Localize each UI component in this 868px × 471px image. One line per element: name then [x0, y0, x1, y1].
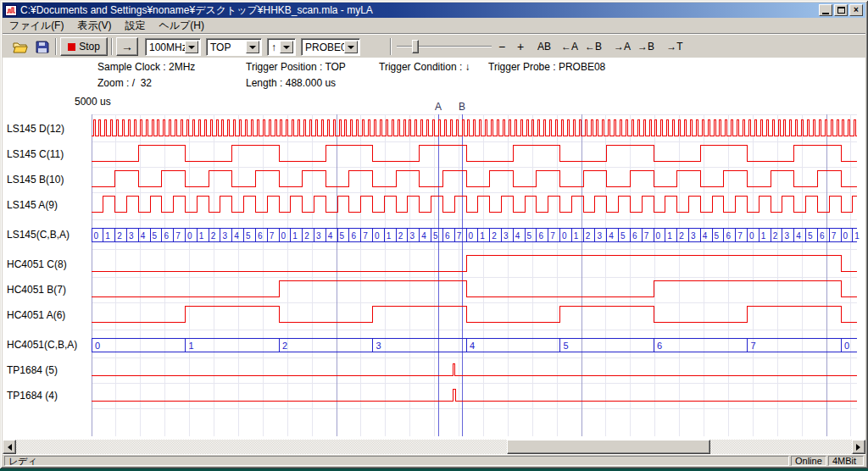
menu-help[interactable]: ヘルプ(H): [152, 17, 211, 35]
svg-text:7: 7: [457, 231, 462, 241]
waveform-ls145-c-11-: [92, 145, 857, 161]
waveform-ls145-a-9-: [92, 196, 857, 212]
svg-text:7: 7: [737, 231, 743, 241]
svg-text:1: 1: [199, 231, 204, 241]
goto-b-left-button[interactable]: ←B: [582, 39, 604, 54]
run-button[interactable]: →: [116, 37, 138, 56]
trigger-probe-select[interactable]: PROBE00: [301, 38, 360, 56]
svg-text:0: 0: [749, 231, 754, 241]
scroll-thumb[interactable]: [507, 440, 710, 454]
svg-text:4: 4: [421, 231, 426, 241]
svg-text:0: 0: [187, 231, 192, 241]
open-folder-icon: [13, 42, 28, 53]
svg-text:3: 3: [784, 231, 789, 241]
svg-text:6: 6: [726, 231, 731, 241]
svg-text:2: 2: [773, 231, 778, 241]
svg-text:7: 7: [175, 231, 181, 241]
save-button[interactable]: [32, 38, 53, 56]
scroll-right-button[interactable]: [852, 440, 865, 454]
minimize-button[interactable]: [819, 4, 832, 16]
zoom-slider[interactable]: [397, 40, 492, 53]
svg-text:5: 5: [620, 231, 626, 241]
trigger-edge-select[interactable]: ↑: [267, 38, 296, 56]
chevron-down-icon[interactable]: [344, 41, 358, 53]
svg-text:1: 1: [761, 231, 766, 241]
triangle-left-icon: [4, 444, 12, 451]
status-memory: 4MBit: [828, 456, 864, 466]
chevron-down-icon[interactable]: [185, 41, 198, 53]
trigger-position-value: TOP: [210, 41, 231, 54]
slider-thumb[interactable]: [412, 40, 419, 53]
trigger-edge-value: ↑: [271, 41, 276, 54]
zoom-in-button[interactable]: +: [513, 39, 528, 54]
ab-span-button[interactable]: AB: [533, 39, 555, 54]
waveform-tp1684-5-: [92, 363, 857, 375]
goto-a-right-button[interactable]: →A: [611, 39, 633, 54]
svg-text:6: 6: [632, 231, 637, 241]
scroll-left-button[interactable]: [3, 440, 16, 454]
maximize-button[interactable]: [834, 4, 848, 16]
svg-text:3: 3: [376, 341, 381, 351]
main-toolbar: Stop → 100MHz TOP ↑ PROBE00 − + AB ←A ←B: [3, 34, 865, 58]
menu-bar: ファイル(F) 表示(V) 設定 ヘルプ(H): [3, 18, 865, 34]
toolbar-separator: [55, 38, 57, 55]
stop-label: Stop: [79, 41, 100, 53]
goto-b-right-button[interactable]: →B: [635, 39, 657, 54]
waveform-ls145-d-12-: [92, 119, 857, 136]
svg-text:4: 4: [234, 231, 239, 241]
waveform-hc4051-a-6-: [92, 306, 857, 322]
zoom-out-button[interactable]: −: [494, 39, 509, 54]
svg-text:6: 6: [445, 231, 450, 241]
menu-file[interactable]: ファイル(F): [3, 17, 70, 35]
svg-text:2: 2: [304, 231, 309, 241]
stop-button[interactable]: Stop: [60, 37, 108, 56]
svg-text:3: 3: [316, 231, 321, 241]
svg-text:6: 6: [351, 231, 356, 241]
window-controls: ×: [819, 4, 863, 16]
waveform-hc4051-c-8-: [92, 255, 857, 271]
title-bar[interactable]: C:¥Documents and Settings¥noname¥デスクトップ¥…: [3, 3, 865, 18]
menu-settings[interactable]: 設定: [118, 17, 152, 35]
svg-text:2: 2: [211, 231, 216, 241]
marker-label-A: A: [435, 101, 442, 113]
svg-text:5: 5: [808, 231, 813, 241]
svg-text:5: 5: [433, 231, 438, 241]
toolbar-separator: [111, 38, 113, 55]
svg-text:6: 6: [258, 231, 263, 241]
trigger-position-select[interactable]: TOP: [206, 38, 262, 56]
svg-text:7: 7: [363, 231, 368, 241]
svg-text:2: 2: [586, 231, 591, 241]
close-button[interactable]: ×: [849, 4, 863, 16]
svg-text:4: 4: [141, 231, 146, 241]
svg-text:2: 2: [117, 231, 122, 241]
svg-text:5: 5: [153, 231, 158, 241]
svg-text:7: 7: [550, 231, 555, 241]
svg-text:4: 4: [609, 231, 614, 241]
svg-text:1: 1: [854, 231, 860, 241]
svg-text:7: 7: [832, 231, 837, 241]
status-message: レディ: [4, 456, 789, 466]
chevron-down-icon[interactable]: [280, 41, 293, 53]
svg-text:7: 7: [270, 231, 275, 241]
svg-text:1: 1: [105, 231, 110, 241]
marker-layer: AB: [435, 101, 465, 436]
clock-select-value: 100MHz: [149, 41, 187, 54]
svg-text:2: 2: [282, 341, 287, 351]
svg-text:3: 3: [504, 231, 509, 241]
svg-text:0: 0: [843, 231, 849, 241]
clock-select[interactable]: 100MHz: [145, 38, 201, 56]
svg-text:0: 0: [562, 231, 567, 241]
window-title: C:¥Documents and Settings¥noname¥デスクトップ¥…: [20, 3, 819, 18]
svg-text:6: 6: [538, 231, 543, 241]
menu-view[interactable]: 表示(V): [70, 17, 118, 35]
waveform-panel: Sample Clock : 2MHz Trigger Position : T…: [3, 58, 865, 440]
open-button[interactable]: [10, 38, 31, 56]
waveform-hc4051-c-b-a-: 012345670: [92, 338, 857, 352]
svg-text:5: 5: [527, 231, 532, 241]
chevron-down-icon[interactable]: [246, 41, 259, 53]
goto-trigger-button[interactable]: →T: [664, 39, 686, 54]
waveform-canvas[interactable]: AB01234567012345670123456701234567012345…: [3, 58, 865, 440]
stop-icon: [68, 43, 75, 51]
goto-a-left-button[interactable]: ←A: [559, 39, 581, 54]
h-scrollbar[interactable]: [3, 440, 865, 454]
